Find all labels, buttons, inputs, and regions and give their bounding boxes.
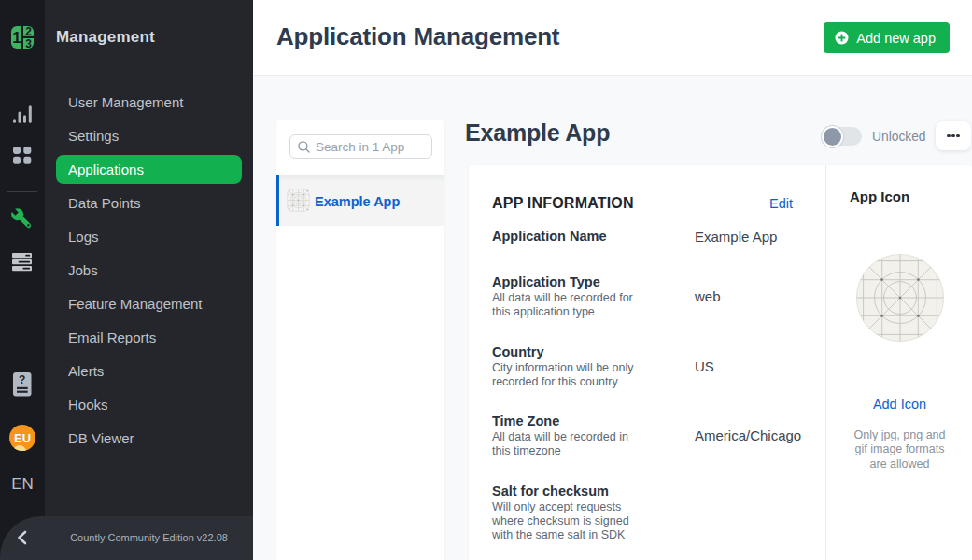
svg-text:2: 2 xyxy=(25,26,32,38)
svg-text:1: 1 xyxy=(12,29,21,47)
svg-text:EU: EU xyxy=(14,431,31,445)
svg-text:?: ? xyxy=(19,373,25,386)
svg-text:3: 3 xyxy=(25,37,32,49)
